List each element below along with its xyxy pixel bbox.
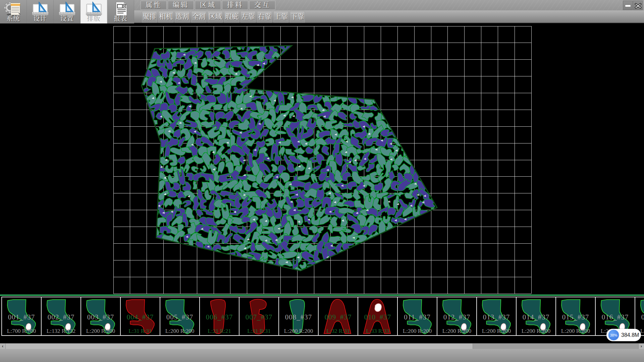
- thumbnail-cell[interactable]: 009_#37 L:32 R:31: [318, 297, 358, 336]
- tool-button-选割[interactable]: 选割: [175, 11, 190, 23]
- app-tab-报表[interactable]: 报表: [107, 0, 134, 23]
- piece-lr-label: L:200 R:200: [398, 328, 437, 335]
- memory-usage-label: 384.8M: [621, 329, 639, 341]
- piece-lr-label: L:200 R:200: [556, 328, 595, 335]
- piece-name: 009_#37: [319, 313, 358, 321]
- thumbnail-cell[interactable]: 005_#37 L:200 R:200: [160, 297, 200, 336]
- app-tab-label: 设置: [54, 13, 80, 22]
- piece-name: 007_#37: [239, 313, 278, 321]
- piece-lr-label: L:200 R:200: [477, 328, 516, 335]
- piece-lr-label: L:200 R:200: [81, 328, 120, 335]
- thumbnail-strip: 001_#37 L:700 R:700 002_#37 L:132 R:132 …: [1, 297, 644, 336]
- tool-button-区域[interactable]: 区域: [208, 11, 223, 23]
- scroll-right-button[interactable]: ›: [638, 344, 644, 349]
- top-toolbar: 系统 设计 设置: [0, 0, 644, 23]
- bottom-status-bar: [0, 349, 644, 362]
- piece-name: 016_#37: [596, 313, 635, 321]
- thumbnail-cell[interactable]: 001_#37 L:700 R:700: [1, 297, 42, 336]
- app-tab-设置[interactable]: 设置: [54, 0, 80, 23]
- scroll-left-button[interactable]: ‹: [0, 344, 6, 349]
- nesting-canvas-svg: [0, 23, 644, 295]
- piece-name: 001_#37: [2, 313, 41, 321]
- thumbnail-cell[interactable]: 010_#37 L:33 R:33: [358, 297, 398, 336]
- piece-lr-label: L:33 R:33: [358, 328, 397, 335]
- app-tab-label: 设计: [27, 13, 53, 22]
- app-tab-label: 报表: [107, 13, 134, 22]
- close-icon: [634, 2, 642, 10]
- tool-button-瑕疵[interactable]: 瑕疵: [224, 11, 239, 23]
- menu-tab-编辑[interactable]: 编辑: [168, 1, 194, 10]
- tool-button-右靠[interactable]: 右靠: [257, 11, 272, 23]
- thumbnail-cell[interactable]: 002_#37 L:132 R:132: [41, 297, 81, 336]
- window-controls: [623, 1, 643, 10]
- menu-tab-交互[interactable]: 交互: [249, 1, 275, 10]
- thumbnail-cell[interactable]: 014_#37 L:200 R:200: [516, 297, 556, 336]
- tool-button-row: 聚排相机选割全割区域瑕疵左靠右靠上靠下靠: [142, 11, 306, 23]
- tool-button-上靠[interactable]: 上靠: [273, 11, 288, 23]
- piece-name: 014_#37: [517, 313, 555, 321]
- minimize-button[interactable]: [623, 1, 633, 10]
- piece-name: 013_#37: [477, 313, 516, 321]
- app-tab-bar: 系统 设计 设置: [0, 0, 134, 23]
- thumbnail-cell[interactable]: 011_#37 L:200 R:200: [397, 297, 437, 336]
- thumbnail-cell[interactable]: 006_#37 L:21 R:21: [199, 297, 239, 336]
- piece-lr-label: L:200 R:200: [437, 328, 476, 335]
- app-tab-label: 排版: [80, 13, 107, 22]
- piece-hole: [375, 304, 381, 311]
- horizontal-scrollbar[interactable]: ‹ ›: [0, 343, 644, 349]
- menu-tab-bar: 属性编辑区域排料交互: [141, 1, 276, 10]
- thumbnail-cell[interactable]: 008_#37 L:200 R:200: [278, 297, 319, 336]
- piece-lr-label: L:32 R:31: [319, 328, 358, 335]
- piece-name: 017_#37: [635, 313, 644, 321]
- menu-tab-属性[interactable]: 属性: [141, 1, 167, 10]
- piece-lr-label: L:200 R:200: [160, 328, 199, 335]
- app-tab-label: 系统: [0, 13, 26, 22]
- menu-tab-排料[interactable]: 排料: [222, 1, 248, 10]
- piece-name: 012_#37: [437, 313, 476, 321]
- piece-name: 005_#37: [160, 313, 199, 321]
- strip-separator-line: [0, 295, 644, 296]
- thumbnail-cell[interactable]: 004_#37 L:31 R:31: [120, 297, 160, 336]
- piece-lr-label: L:31 R:31: [121, 328, 160, 335]
- piece-name: 010_#37: [358, 313, 397, 321]
- piece-lr-label: L:200 R:200: [279, 328, 318, 335]
- menu-tab-区域[interactable]: 区域: [195, 1, 221, 10]
- piece-name: 015_#37: [556, 313, 595, 321]
- piece-lr-label: L:21 R:21: [200, 328, 239, 335]
- piece-name: 002_#37: [42, 313, 80, 321]
- piece-name: 011_#37: [398, 313, 437, 321]
- close-button[interactable]: [633, 1, 643, 10]
- piece-lr-label: L:31 R:31: [239, 328, 278, 335]
- piece-lr-label: L:200 R:200: [517, 328, 555, 335]
- piece-lr-label: L:132 R:132: [42, 328, 80, 335]
- thumbnail-cell[interactable]: 015_#37 L:200 R:200: [555, 297, 596, 336]
- thumbnail-cell[interactable]: 003_#37 L:200 R:200: [80, 297, 121, 336]
- piece-name: 003_#37: [81, 313, 120, 321]
- nesting-canvas[interactable]: [0, 23, 644, 295]
- progress-percent-badge: 38%: [608, 329, 619, 341]
- piece-name: 008_#37: [279, 313, 318, 321]
- piece-name: 004_#37: [121, 313, 160, 321]
- tool-button-下靠[interactable]: 下靠: [290, 11, 305, 23]
- tool-button-左靠[interactable]: 左靠: [240, 11, 256, 23]
- scrollbar-thumb[interactable]: [6, 344, 473, 349]
- tool-button-相机[interactable]: 相机: [158, 11, 173, 23]
- tool-button-聚排[interactable]: 聚排: [142, 11, 157, 23]
- thumbnail-cell[interactable]: 012_#37 L:200 R:200: [437, 297, 477, 336]
- app-tab-排版[interactable]: 排版: [80, 0, 107, 23]
- piece-name: 006_#37: [200, 313, 239, 321]
- tool-button-全割[interactable]: 全割: [191, 11, 206, 23]
- status-pill: 38% 384.8M: [606, 329, 641, 341]
- thumbnail-cell[interactable]: 013_#37 L:200 R:200: [476, 297, 517, 336]
- app-tab-设计[interactable]: 设计: [27, 0, 54, 23]
- piece-lr-label: L:700 R:700: [2, 328, 41, 335]
- minimize-icon: [625, 5, 631, 7]
- thumbnail-cell[interactable]: 007_#37 L:31 R:31: [239, 297, 279, 336]
- app-tab-系统[interactable]: 系统: [0, 0, 27, 23]
